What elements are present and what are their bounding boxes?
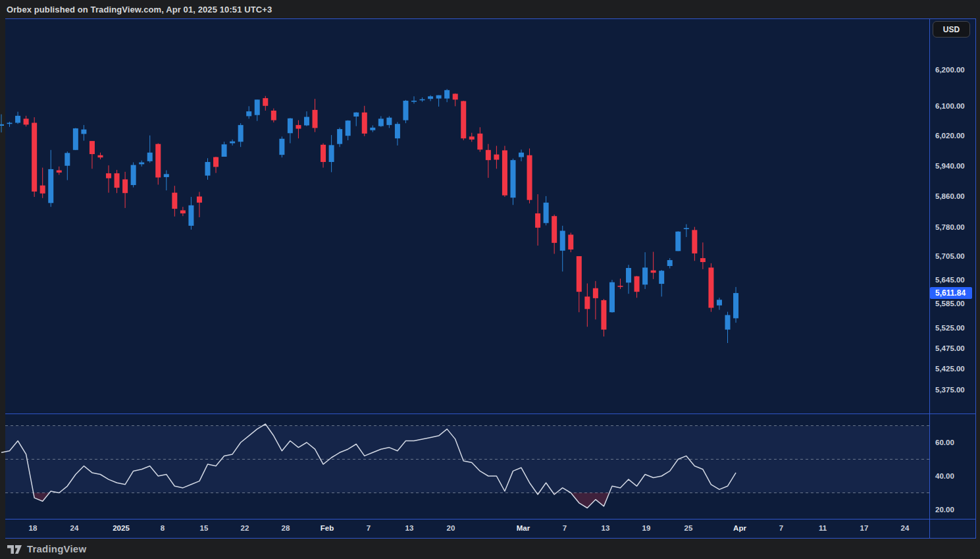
tradingview-logo-icon[interactable] — [7, 542, 22, 556]
candle-body — [329, 145, 334, 162]
candle-body — [725, 315, 731, 329]
rsi-axis-label: 60.00 — [935, 439, 954, 446]
candle-body — [700, 258, 706, 262]
time-axis-label: 19 — [642, 524, 651, 532]
chart-container[interactable]: 6,200.006,100.006,020.005,940.005,860.00… — [0, 18, 980, 539]
time-axis[interactable] — [5, 519, 976, 539]
candle-body — [106, 173, 111, 178]
candle-body — [288, 119, 293, 134]
candle-body — [651, 271, 656, 273]
time-axis-label: 7 — [367, 524, 371, 532]
tradingview-brand-text[interactable]: TradingView — [27, 543, 86, 554]
candle-body — [428, 96, 433, 99]
tradingview-published-chart: Orbex published on TradingView.com, Apr … — [0, 0, 980, 559]
candle-body — [444, 90, 450, 99]
candle-body — [213, 157, 219, 167]
candle-body — [692, 230, 697, 253]
candle-body — [7, 123, 13, 124]
candle-body — [64, 153, 70, 165]
candle-body — [164, 174, 169, 177]
candle-body — [477, 134, 482, 149]
candle-body — [346, 120, 351, 136]
candle-body — [24, 119, 29, 124]
candle-body — [0, 124, 4, 126]
candle-body — [147, 153, 153, 161]
candle-body — [188, 205, 193, 226]
candle-body — [568, 234, 573, 250]
candle-body — [321, 145, 326, 162]
time-axis-label: 13 — [602, 524, 610, 532]
candle-body — [527, 155, 532, 200]
time-axis-label: 18 — [29, 524, 38, 532]
price-axis-label: 6,200.00 — [935, 66, 965, 74]
candle-body — [717, 300, 722, 306]
candle-body — [313, 110, 318, 128]
candle-body — [395, 124, 400, 138]
candle-body — [230, 142, 235, 144]
candle-body — [246, 111, 251, 116]
candle-body — [411, 101, 417, 102]
candle-body — [708, 267, 713, 307]
price-axis-label: 5,585.00 — [935, 300, 965, 307]
time-axis-label: 24 — [901, 524, 910, 532]
candle-body — [205, 162, 211, 176]
candle-body — [386, 118, 392, 125]
candle-body — [122, 179, 128, 193]
candle-body — [469, 136, 475, 140]
candle-body — [667, 260, 673, 266]
rsi-axis-label: 40.00 — [935, 472, 954, 480]
candle-body — [486, 150, 491, 160]
time-axis-label: 25 — [684, 524, 693, 532]
time-axis-label: 17 — [860, 524, 869, 532]
candle-body — [362, 113, 367, 134]
candle-body — [197, 196, 202, 202]
price-axis-label: 5,705.00 — [935, 252, 965, 260]
candle-body — [238, 125, 244, 142]
candle-body — [139, 163, 144, 165]
candle-body — [601, 300, 606, 330]
price-axis-label: 6,100.00 — [935, 102, 965, 110]
candle-body — [642, 267, 648, 284]
candle-body — [519, 153, 524, 157]
candle-body — [453, 93, 458, 99]
price-axis-label: 5,780.00 — [935, 223, 965, 231]
price-axis-label: 5,425.00 — [935, 365, 965, 373]
currency-button[interactable]: USD — [933, 21, 970, 38]
price-axis-label: 6,020.00 — [935, 132, 965, 140]
candle-body — [535, 213, 540, 228]
candle-body — [378, 119, 384, 126]
candle-body — [560, 231, 565, 251]
rsi-axis-label: 20.00 — [935, 506, 954, 514]
candle-body — [370, 128, 375, 130]
candle-body — [48, 169, 53, 203]
time-axis-label: 2025 — [113, 524, 130, 532]
candle-body — [675, 232, 681, 252]
candle-body — [304, 117, 309, 126]
candle-body — [296, 125, 301, 129]
candle-body — [353, 113, 359, 117]
time-axis-label: 13 — [405, 524, 414, 532]
candle-body — [131, 165, 136, 185]
price-axis-label: 5,860.00 — [935, 192, 965, 200]
candle-body — [436, 95, 442, 99]
price-axis-label: 5,375.00 — [935, 386, 965, 394]
time-axis-label: 7 — [779, 524, 783, 532]
footer-bar: TradingView — [0, 539, 980, 559]
time-axis-label: Apr — [733, 524, 746, 532]
candle-body — [337, 129, 342, 144]
candle-body — [15, 116, 20, 123]
candle-body — [609, 282, 615, 313]
candle-body — [97, 155, 103, 157]
candle-body — [544, 203, 549, 223]
price-axis-label: 5,475.00 — [935, 344, 965, 352]
time-axis-label: 24 — [70, 524, 79, 532]
candlestick-chart[interactable]: 6,200.006,100.006,020.005,940.005,860.00… — [0, 18, 980, 539]
candle-body — [40, 186, 45, 194]
candle-body — [180, 210, 186, 213]
time-axis-label: 7 — [563, 524, 567, 532]
time-axis-label: 11 — [819, 524, 827, 532]
candle-body — [255, 99, 260, 115]
candle-body — [577, 256, 582, 292]
last-price-badge: 5,611.84 — [930, 287, 972, 299]
candle-body — [222, 144, 227, 157]
